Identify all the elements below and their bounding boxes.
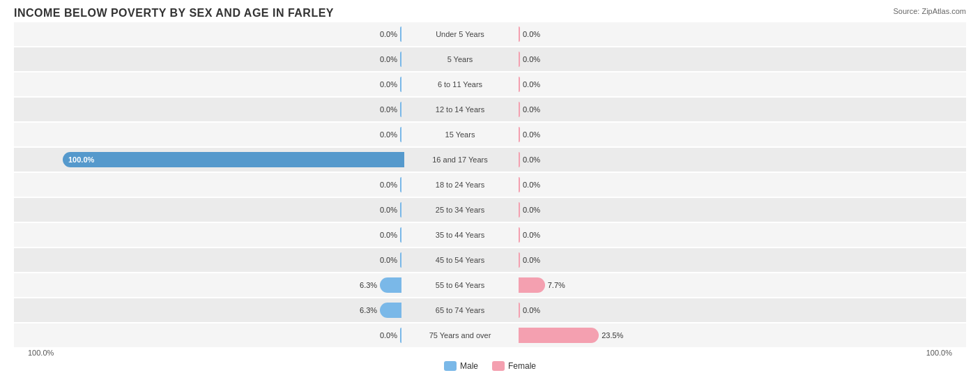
- bar-row: 0.0% 15 Years 0.0%: [14, 123, 966, 146]
- female-bar: [519, 177, 520, 192]
- male-value: 6.3%: [352, 306, 377, 314]
- female-bar: [519, 252, 520, 268]
- legend-female: Female: [492, 361, 536, 371]
- bar-label: 65 to 74 Years: [404, 306, 516, 314]
- left-section: 0.0%: [14, 73, 404, 96]
- bar-label: 12 to 14 Years: [404, 105, 516, 114]
- female-value: 0.0%: [523, 105, 548, 114]
- female-bar-wrap: 0.0%: [519, 152, 867, 167]
- right-section: 7.7%: [516, 273, 906, 297]
- female-bar: [519, 328, 599, 343]
- legend-female-box: [492, 361, 505, 371]
- bar-row: 0.0% 6 to 11 Years 0.0%: [14, 73, 966, 96]
- bar-label: 55 to 64 Years: [404, 281, 516, 289]
- right-section: 0.0%: [516, 22, 906, 46]
- female-value: 0.0%: [523, 155, 548, 164]
- male-bar: [400, 227, 401, 243]
- female-value: 0.0%: [523, 30, 548, 38]
- bar-label: 25 to 34 Years: [404, 206, 516, 214]
- male-bar-wrap: 0.0%: [53, 77, 401, 92]
- male-value: 0.0%: [372, 206, 397, 214]
- female-bar-wrap: 0.0%: [519, 26, 867, 42]
- male-bar: [400, 52, 401, 67]
- female-value: 0.0%: [523, 55, 548, 63]
- female-bar-wrap: 0.0%: [519, 252, 867, 268]
- bar-label: 18 to 24 Years: [404, 181, 516, 189]
- bar-label: 5 Years: [404, 55, 516, 63]
- left-section: 0.0%: [14, 323, 404, 347]
- left-section: 6.3%: [14, 298, 404, 322]
- female-bar-wrap: 0.0%: [519, 52, 867, 67]
- male-value: 0.0%: [372, 55, 397, 63]
- bar-label: 45 to 54 Years: [404, 256, 516, 264]
- left-section: 0.0%: [14, 98, 404, 121]
- female-bar-wrap: 0.0%: [519, 127, 867, 142]
- right-section: 0.0%: [516, 223, 906, 247]
- right-section: 0.0%: [516, 123, 906, 146]
- male-bar: [400, 26, 401, 42]
- bar-row: 100.0% 16 and 17 Years 0.0%: [14, 148, 966, 171]
- bar-row: 0.0% 5 Years 0.0%: [14, 47, 966, 71]
- bar-label: 16 and 17 Years: [404, 155, 516, 164]
- bar-label: Under 5 Years: [404, 30, 516, 38]
- bar-row: 6.3% 65 to 74 Years 0.0%: [14, 298, 966, 322]
- male-bar-wrap: 0.0%: [53, 52, 401, 67]
- male-bar: [400, 102, 401, 117]
- right-section: 0.0%: [516, 47, 906, 71]
- male-bar: [400, 177, 401, 192]
- female-bar: [519, 26, 520, 42]
- male-bar-wrap: 6.3%: [53, 303, 401, 318]
- chart-area: 0.0% Under 5 Years 0.0% 0.0% 5 Years: [14, 22, 966, 347]
- female-bar: [519, 303, 520, 318]
- female-value: 0.0%: [523, 231, 548, 239]
- bottom-left-label: 100.0%: [28, 349, 54, 357]
- right-section: 0.0%: [516, 248, 906, 272]
- female-bar: [519, 202, 520, 218]
- bar-label: 6 to 11 Years: [404, 80, 516, 89]
- male-value-100: 100.0%: [68, 155, 94, 164]
- female-bar-wrap: 7.7%: [519, 277, 867, 293]
- source-text: Source: ZipAtlas.com: [893, 7, 966, 15]
- left-section: 0.0%: [14, 248, 404, 272]
- chart-container: INCOME BELOW POVERTY BY SEX AND AGE IN F…: [0, 0, 980, 389]
- right-section: 23.5%: [516, 323, 906, 347]
- female-bar-wrap: 23.5%: [519, 328, 867, 343]
- bar-row: 0.0% 35 to 44 Years 0.0%: [14, 223, 966, 247]
- bottom-right-label: 100.0%: [926, 349, 952, 357]
- male-value: 0.0%: [372, 231, 397, 239]
- right-section: 0.0%: [516, 198, 906, 222]
- male-value: 0.0%: [372, 30, 397, 38]
- chart-title: INCOME BELOW POVERTY BY SEX AND AGE IN F…: [14, 7, 966, 20]
- female-bar-wrap: 0.0%: [519, 177, 867, 192]
- female-bar: [519, 102, 520, 117]
- male-bar: [380, 303, 401, 318]
- left-section: 0.0%: [14, 123, 404, 146]
- male-value: 0.0%: [372, 80, 397, 89]
- left-section: 0.0%: [14, 198, 404, 222]
- bar-row: 0.0% 25 to 34 Years 0.0%: [14, 198, 966, 222]
- female-bar-wrap: 0.0%: [519, 202, 867, 218]
- male-bar-wrap: 0.0%: [53, 202, 401, 218]
- right-section: 0.0%: [516, 148, 906, 171]
- left-section: 0.0%: [14, 47, 404, 71]
- legend: Male Female: [14, 361, 966, 371]
- bar-row: 6.3% 55 to 64 Years 7.7%: [14, 273, 966, 297]
- legend-male: Male: [444, 361, 478, 371]
- female-value: 0.0%: [523, 256, 548, 264]
- female-value: 0.0%: [523, 306, 548, 314]
- female-bar-wrap: 0.0%: [519, 227, 867, 243]
- bar-row: 0.0% 18 to 24 Years 0.0%: [14, 173, 966, 197]
- male-bar: [380, 277, 401, 293]
- bar-label: 35 to 44 Years: [404, 231, 516, 239]
- male-bar-wrap: 0.0%: [53, 177, 401, 192]
- male-bar: [400, 77, 401, 92]
- bar-label: 15 Years: [404, 130, 516, 139]
- male-bar-wrap: 0.0%: [53, 102, 401, 117]
- female-bar: [519, 227, 520, 243]
- male-bar-wrap: 0.0%: [53, 26, 401, 42]
- right-section: 0.0%: [516, 98, 906, 121]
- male-value: 0.0%: [372, 331, 397, 340]
- legend-male-box: [444, 361, 457, 371]
- male-bar: [400, 127, 401, 142]
- female-bar-wrap: 0.0%: [519, 303, 867, 318]
